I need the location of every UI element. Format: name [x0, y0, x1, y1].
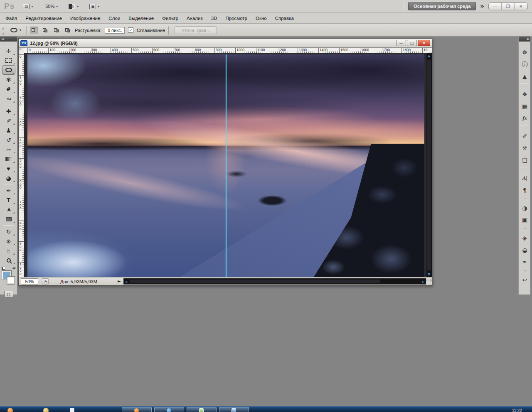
menu-item[interactable]: Файл — [1, 14, 21, 22]
masks-panel-icon[interactable]: ▣ — [519, 214, 531, 226]
styles-panel-icon[interactable]: fx — [519, 112, 531, 124]
brush-tool[interactable]: ✎ — [2, 116, 15, 125]
eyedropper-tool[interactable]: ✑ — [2, 94, 15, 103]
horizontal-scroll-thumb[interactable] — [130, 280, 380, 283]
eraser-tool[interactable]: ▱ — [2, 145, 15, 154]
character-panel-icon[interactable]: A| — [519, 172, 531, 184]
dock-grip[interactable] — [521, 42, 528, 45]
dock-grip[interactable] — [521, 270, 528, 273]
pen-tool[interactable]: ✒ — [2, 186, 15, 195]
guide-line[interactable] — [226, 54, 227, 277]
tools-panel-header[interactable]: ▸▸ — [0, 37, 17, 42]
menu-item[interactable]: Слои — [104, 14, 124, 22]
healing-brush-tool[interactable]: ✚ — [2, 106, 15, 116]
orbit-3d-tool[interactable]: ⊛ — [2, 236, 15, 246]
hand-tool[interactable]: ☞ — [2, 246, 15, 255]
scroll-left-icon[interactable]: ◄ — [125, 280, 127, 284]
paths-panel-icon[interactable]: ✒ — [519, 256, 531, 268]
close-button[interactable]: ✕ — [515, 3, 527, 10]
move-tool[interactable]: ✛ — [2, 46, 15, 56]
resize-grip[interactable] — [426, 277, 432, 285]
history-panel-icon[interactable]: ↩ — [519, 274, 531, 286]
menu-item[interactable]: Справка — [271, 14, 298, 22]
selection-mode-add-button[interactable] — [41, 27, 49, 34]
dock-grip[interactable] — [521, 168, 528, 171]
swatches-panel-icon[interactable]: ▦ — [519, 100, 531, 112]
document-title-bar[interactable]: Ps 12.jpg @ 50% (RGB/8) — □ ✕ — [19, 39, 432, 48]
status-flyout-icon[interactable]: ► — [118, 279, 121, 283]
status-proxy-icon[interactable]: ◔ — [42, 278, 49, 284]
taskbar-button[interactable] — [219, 407, 249, 412]
type-tool[interactable]: T — [2, 195, 15, 205]
path-select-tool[interactable]: ➤ — [2, 205, 15, 214]
selection-mode-new-button[interactable] — [30, 27, 38, 34]
taskbar-button[interactable] — [154, 407, 184, 412]
vertical-scroll-thumb[interactable] — [427, 60, 431, 270]
taskbar-icon[interactable] — [43, 408, 49, 412]
marquee-tool[interactable] — [2, 56, 15, 65]
menu-item[interactable]: Фильтр — [158, 14, 182, 22]
restore-button[interactable]: ❐ — [502, 3, 515, 10]
workspace-button[interactable]: Основная рабочая среда — [408, 2, 476, 10]
zoom-tool[interactable] — [2, 255, 15, 265]
background-color-swatch[interactable] — [7, 277, 15, 284]
gradient-tool[interactable] — [2, 154, 15, 164]
menu-item[interactable]: Анализ — [182, 14, 207, 22]
history-brush-tool[interactable]: ↺ — [2, 135, 15, 145]
shape-tool[interactable] — [2, 214, 15, 224]
dock-grip[interactable] — [521, 228, 528, 231]
blur-tool[interactable]: ♠ — [2, 164, 15, 173]
menu-item[interactable]: Просмотр — [221, 14, 251, 22]
ruler-origin-corner[interactable] — [19, 48, 24, 53]
screen-mode-button[interactable]: ▣ ▾ — [87, 3, 102, 10]
info-panel-icon[interactable]: ⓘ — [519, 58, 531, 70]
dock-grip[interactable] — [521, 126, 528, 129]
selection-mode-subtract-button[interactable] — [52, 27, 60, 34]
default-colors-icon[interactable] — [2, 267, 5, 270]
horizontal-scrollbar[interactable]: ◄ ► — [123, 278, 426, 284]
dock-grip[interactable] — [521, 198, 528, 201]
tools-panel-grip[interactable] — [2, 42, 15, 45]
dodge-tool[interactable]: ◕ — [2, 173, 15, 183]
doc-maximize-button[interactable]: □ — [407, 40, 417, 46]
scroll-right-icon[interactable]: ► — [422, 280, 425, 284]
menu-item[interactable]: Редактирование — [21, 14, 66, 22]
selection-mode-intersect-button[interactable] — [64, 27, 71, 34]
feather-input[interactable]: 0 пикс. — [105, 27, 125, 34]
menu-item[interactable]: Выделение — [124, 14, 158, 22]
refine-edge-button[interactable]: Уточн. край... — [175, 26, 217, 34]
current-tool-lasso[interactable]: ▾ — [9, 27, 23, 33]
status-zoom-input[interactable]: 50% — [21, 278, 38, 284]
doc-minimize-button[interactable]: — — [396, 40, 406, 46]
adjustments-panel-icon[interactable]: ◑ — [519, 202, 531, 214]
horizontal-ruler[interactable]: 0100200300400500600700800900100011001200… — [24, 48, 432, 53]
brushes-panel-icon[interactable]: ✐ — [519, 130, 531, 142]
vertical-scrollbar[interactable]: ▲ ▼ — [426, 53, 432, 277]
doc-close-button[interactable]: ✕ — [418, 40, 430, 46]
dock-header[interactable]: ◂◂ — [519, 37, 530, 42]
workspace-overflow-chevron[interactable]: » — [480, 2, 484, 10]
canvas[interactable] — [24, 53, 426, 277]
histogram-panel-icon[interactable]: ▲ — [519, 70, 531, 82]
menu-item[interactable]: 3D — [207, 14, 222, 22]
clone-stamp-tool[interactable]: ♟ — [2, 125, 15, 135]
taskbar-icon[interactable] — [70, 408, 74, 412]
launch-bridge-button[interactable]: ▤ ▾ — [20, 3, 35, 10]
canvas-image[interactable] — [27, 54, 424, 277]
layers-panel-icon[interactable]: ◈ — [519, 232, 531, 244]
clone-source-panel-icon[interactable]: ❏ — [519, 154, 531, 166]
antialias-checkbox[interactable]: ✓ — [128, 27, 133, 33]
scroll-down-icon[interactable]: ▼ — [428, 272, 430, 276]
swap-colors-icon[interactable]: ⇄ — [12, 266, 16, 270]
dock-grip[interactable] — [521, 84, 528, 87]
quick-mask-button[interactable]: ○ — [4, 291, 13, 297]
crop-tool[interactable]: # — [2, 84, 15, 94]
zoom-level-select[interactable]: 50% ▾ — [41, 3, 60, 10]
quick-select-tool[interactable]: ✾ — [2, 75, 15, 84]
tool-presets-panel-icon[interactable]: ⚒ — [519, 142, 531, 154]
taskbar-button[interactable] — [122, 407, 152, 412]
color-panel-icon[interactable]: ❖ — [519, 88, 531, 100]
menu-item[interactable]: Окно — [251, 14, 271, 22]
scroll-up-icon[interactable]: ▲ — [428, 54, 430, 58]
paragraph-panel-icon[interactable]: ¶ — [519, 184, 531, 196]
